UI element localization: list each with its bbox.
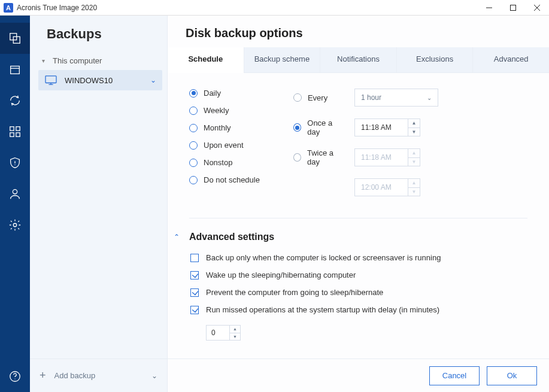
sidebar: Backups ▾ This computer WINDOWS10 ⌄ + Ad… xyxy=(30,16,168,392)
advanced-settings-body: Back up only when the computer is locked… xyxy=(189,242,527,341)
delay-minutes-input[interactable]: 0 xyxy=(206,325,230,341)
radio-nonstop[interactable]: Nonstop xyxy=(189,158,260,167)
checkbox-icon xyxy=(190,288,199,297)
rail-backup-icon[interactable] xyxy=(0,23,30,54)
chevron-down-icon[interactable]: ▼ xyxy=(408,128,420,136)
svg-rect-10 xyxy=(10,133,14,136)
radio-upon-event[interactable]: Upon event xyxy=(189,141,260,150)
twice-time2-stepper[interactable]: ▲▼ xyxy=(408,178,420,196)
svg-rect-6 xyxy=(11,66,20,74)
radio-icon xyxy=(189,124,198,132)
chevron-down-icon[interactable]: ⌄ xyxy=(151,372,157,380)
rail-protection-icon[interactable] xyxy=(0,147,30,178)
app-title: Acronis True Image 2020 xyxy=(17,4,477,12)
radio-icon xyxy=(293,153,301,162)
radio-daily[interactable]: Daily xyxy=(189,89,260,98)
minimize-button[interactable] xyxy=(477,0,501,16)
advanced-settings-toggle[interactable]: ⌃ Advanced settings xyxy=(171,232,527,242)
svg-rect-11 xyxy=(16,133,20,136)
chevron-up-icon[interactable]: ▲ xyxy=(408,119,420,128)
radio-icon xyxy=(189,159,198,167)
app-logo: A xyxy=(4,3,13,13)
sidebar-group-this-computer[interactable]: ▾ This computer xyxy=(42,54,159,70)
check-prevent-sleep[interactable]: Prevent the computer from going to sleep… xyxy=(190,288,527,297)
every-interval-select[interactable]: 1 hour ⌄ xyxy=(354,89,438,107)
tabs: Schedule Backup scheme Notifications Exc… xyxy=(168,47,549,73)
rail-settings-icon[interactable] xyxy=(0,209,30,241)
tab-exclusions[interactable]: Exclusions xyxy=(396,47,473,72)
sidebar-item-label: WINDOWS10 xyxy=(65,76,150,85)
page-title: Disk backup options xyxy=(168,16,549,47)
once-time-stepper[interactable]: ▲▼ xyxy=(408,118,420,136)
twice-time1-stepper[interactable]: ▲▼ xyxy=(408,148,420,166)
chevron-down-icon[interactable]: ▼ xyxy=(408,158,420,166)
maximize-button[interactable] xyxy=(501,0,525,16)
svg-rect-9 xyxy=(16,127,20,130)
tab-backup-scheme[interactable]: Backup scheme xyxy=(244,47,320,72)
sidebar-title: Backups xyxy=(30,16,167,53)
nav-rail xyxy=(0,16,30,392)
rail-account-icon[interactable] xyxy=(0,178,30,209)
ok-button[interactable]: Ok xyxy=(487,366,537,385)
chevron-up-icon: ⌃ xyxy=(174,233,180,241)
svg-rect-8 xyxy=(10,127,14,130)
radio-weekly[interactable]: Weekly xyxy=(189,106,260,115)
chevron-up-icon[interactable]: ▲ xyxy=(230,326,240,333)
chevron-down-icon: ⌄ xyxy=(427,95,432,101)
plus-icon: + xyxy=(40,369,46,382)
radio-do-not-schedule[interactable]: Do not schedule xyxy=(189,175,260,184)
rail-archive-icon[interactable] xyxy=(0,54,30,85)
radio-icon xyxy=(293,93,302,102)
period-options: Daily Weekly Monthly Upon event Nonstop … xyxy=(189,89,260,196)
close-button[interactable] xyxy=(525,0,549,16)
rail-help-icon[interactable] xyxy=(0,361,30,392)
chevron-up-icon[interactable]: ▲ xyxy=(408,149,420,158)
chevron-up-icon[interactable]: ▲ xyxy=(408,179,420,188)
chevron-down-icon[interactable]: ▼ xyxy=(408,188,420,196)
checkbox-icon xyxy=(190,271,199,279)
checkbox-icon xyxy=(190,306,199,314)
svg-rect-1 xyxy=(511,5,516,10)
radio-once-a-day[interactable]: Once a day xyxy=(293,118,345,136)
twice-time1-input[interactable]: 11:18 AM xyxy=(354,148,408,166)
radio-every[interactable]: Every xyxy=(293,93,345,102)
content: Daily Weekly Monthly Upon event Nonstop … xyxy=(168,73,549,358)
advanced-settings-title: Advanced settings xyxy=(189,232,274,242)
tab-notifications[interactable]: Notifications xyxy=(320,47,396,72)
once-time-input[interactable]: 11:18 AM xyxy=(354,118,408,136)
sidebar-group-label: This computer xyxy=(53,56,102,65)
check-run-missed[interactable]: Run missed operations at the system star… xyxy=(190,305,527,314)
rail-tools-icon[interactable] xyxy=(0,116,30,147)
chevron-down-icon[interactable]: ▼ xyxy=(230,333,240,341)
delay-minutes-stepper[interactable]: ▲▼ xyxy=(230,325,241,341)
check-wake-computer[interactable]: Wake up the sleeping/hibernating compute… xyxy=(190,271,527,279)
tab-schedule[interactable]: Schedule xyxy=(168,47,244,73)
radio-icon xyxy=(189,176,198,184)
dialog-footer: Cancel Ok xyxy=(168,358,549,392)
separator xyxy=(189,218,527,218)
svg-point-15 xyxy=(13,223,17,227)
monitor-icon xyxy=(44,75,57,86)
titlebar: A Acronis True Image 2020 xyxy=(0,0,549,16)
chevron-down-icon[interactable]: ⌄ xyxy=(150,76,156,84)
add-backup-button[interactable]: Add backup xyxy=(54,371,151,380)
svg-rect-18 xyxy=(46,76,56,83)
checkbox-icon xyxy=(190,254,199,262)
rail-sync-icon[interactable] xyxy=(0,85,30,116)
radio-icon xyxy=(189,141,198,150)
main-panel: Disk backup options Schedule Backup sche… xyxy=(168,16,549,392)
chevron-down-icon: ▾ xyxy=(42,57,48,64)
radio-twice-a-day[interactable]: Twice a day xyxy=(293,148,345,166)
tab-advanced[interactable]: Advanced xyxy=(472,47,549,72)
twice-time2-input[interactable]: 12:00 AM xyxy=(354,178,408,196)
check-backup-when-locked[interactable]: Back up only when the computer is locked… xyxy=(190,253,527,262)
radio-icon xyxy=(189,89,198,98)
svg-point-14 xyxy=(13,190,17,194)
frequency-options: Every 1 hour ⌄ Once a day 11:18 AM ▲▼ xyxy=(293,89,438,196)
radio-icon xyxy=(293,123,301,132)
radio-icon xyxy=(189,107,198,115)
cancel-button[interactable]: Cancel xyxy=(429,366,480,385)
radio-monthly[interactable]: Monthly xyxy=(189,123,260,132)
sidebar-footer: + Add backup ⌄ xyxy=(30,358,167,392)
sidebar-item-windows10[interactable]: WINDOWS10 ⌄ xyxy=(38,70,162,90)
